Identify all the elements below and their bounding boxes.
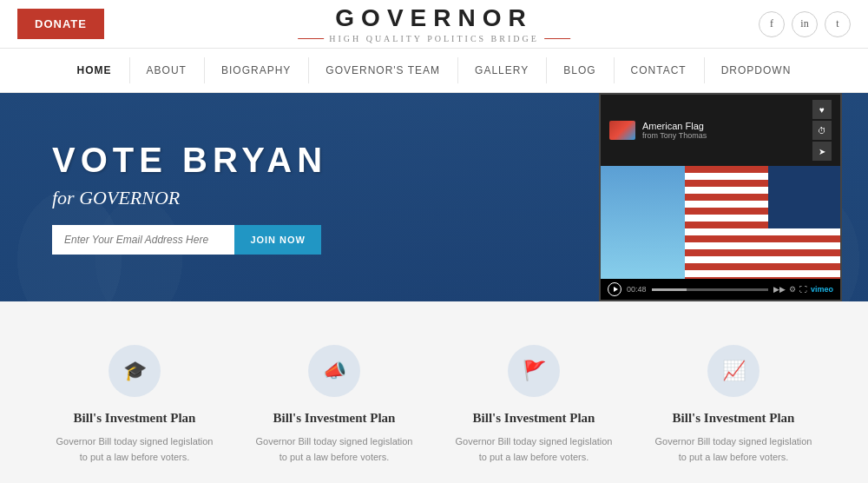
main-nav: HOMEABOUTBIOGRAPHYGOVERNOR'S TEAMGALLERY… <box>0 48 868 93</box>
nav-list: HOMEABOUTBIOGRAPHYGOVERNOR'S TEAMGALLERY… <box>0 49 868 92</box>
nav-link[interactable]: BLOG <box>546 49 613 92</box>
video-header: American Flag from Tony Thomas ♥ ⏱ ➤ <box>601 95 840 166</box>
settings-icon[interactable]: ⚙ <box>789 285 796 294</box>
video-progress-fill <box>652 288 687 291</box>
video-panel: American Flag from Tony Thomas ♥ ⏱ ➤ 00:… <box>599 93 842 301</box>
video-main <box>601 166 840 279</box>
linkedin-icon[interactable]: in <box>792 11 818 37</box>
social-icons: f in t <box>759 11 851 37</box>
hero-title: VOTE BRYAN <box>52 141 599 180</box>
play-button[interactable] <box>608 282 621 296</box>
vimeo-logo: vimeo <box>811 285 833 294</box>
video-thumbnail <box>609 121 635 140</box>
join-now-button[interactable]: JOIN NOW <box>234 225 321 255</box>
video-info: American Flag from Tony Thomas <box>642 121 806 140</box>
hero-subtitle: for GOVERNOR <box>52 187 599 209</box>
feature-title-2: Bill's Investment Plan <box>451 411 616 426</box>
video-side-icons: ♥ ⏱ ➤ <box>812 100 832 161</box>
video-controls: 00:48 ▶▶ ⚙ ⛶ vimeo <box>601 279 840 300</box>
nav-link[interactable]: GALLERY <box>457 49 546 92</box>
hero-form: JOIN NOW <box>52 225 321 255</box>
video-progress-bar[interactable] <box>652 288 768 291</box>
feature-text-1: Governor Bill today signed legislation t… <box>252 434 417 465</box>
video-heart-icon[interactable]: ♥ <box>812 100 832 119</box>
email-input[interactable] <box>52 225 234 255</box>
feature-title-0: Bill's Investment Plan <box>52 411 217 426</box>
nav-link[interactable]: CONTACT <box>614 49 704 92</box>
feature-icon-3: 📈 <box>707 345 760 397</box>
video-share-icon[interactable]: ➤ <box>812 142 832 161</box>
feature-card-2: 🚩 Bill's Investment Plan Governor Bill t… <box>443 336 625 473</box>
nav-link[interactable]: ABOUT <box>129 49 204 92</box>
facebook-icon[interactable]: f <box>759 11 785 37</box>
nav-item-home[interactable]: HOME <box>60 49 129 92</box>
hero-content: VOTE BRYAN for GOVERNOR JOIN NOW <box>0 141 599 255</box>
nav-item-biography[interactable]: BIOGRAPHY <box>204 49 308 92</box>
nav-item-contact[interactable]: CONTACT <box>614 49 704 92</box>
feature-card-3: 📈 Bill's Investment Plan Governor Bill t… <box>642 336 825 473</box>
feature-text-0: Governor Bill today signed legislation t… <box>52 434 217 465</box>
video-time: 00:48 <box>627 285 647 294</box>
nav-item-gallery[interactable]: GALLERY <box>457 49 546 92</box>
fullscreen-icon[interactable]: ⛶ <box>799 285 807 294</box>
video-controls-right: ▶▶ ⚙ ⛶ vimeo <box>773 285 833 294</box>
nav-item-blog[interactable]: BLOG <box>546 49 613 92</box>
feature-icon-2: 🚩 <box>508 345 560 397</box>
feature-title-1: Bill's Investment Plan <box>252 411 417 426</box>
feature-text-3: Governor Bill today signed legislation t… <box>651 434 816 465</box>
nav-link[interactable]: GOVERNOR'S TEAM <box>308 49 457 92</box>
nav-link[interactable]: HOME <box>60 49 129 92</box>
feature-icon-0: 🎓 <box>108 345 161 397</box>
donate-button[interactable]: DONATE <box>17 9 104 39</box>
feature-text-2: Governor Bill today signed legislation t… <box>451 434 616 465</box>
feature-card-0: 🎓 Bill's Investment Plan Governor Bill t… <box>43 336 226 473</box>
video-flag-blue <box>768 166 840 228</box>
video-title: American Flag <box>642 121 806 131</box>
header: DONATE GOVERNOR HIGH QUALITY POLITICS BR… <box>0 0 868 48</box>
feature-title-3: Bill's Investment Plan <box>651 411 816 426</box>
feature-icon-1: 📣 <box>308 345 360 397</box>
logo-title: GOVERNOR <box>298 4 570 32</box>
logo: GOVERNOR HIGH QUALITY POLITICS BRIDGE <box>298 4 570 43</box>
features-grid: 🎓 Bill's Investment Plan Governor Bill t… <box>43 336 825 473</box>
nav-link[interactable]: BIOGRAPHY <box>204 49 308 92</box>
nav-item-about[interactable]: ABOUT <box>129 49 204 92</box>
volume-icon[interactable]: ▶▶ <box>773 285 786 294</box>
logo-subtitle: HIGH QUALITY POLITICS BRIDGE <box>298 34 570 43</box>
twitter-icon[interactable]: t <box>825 11 851 37</box>
play-icon <box>614 287 618 292</box>
nav-item-dropdown[interactable]: DROPDOWN <box>704 49 809 92</box>
video-clock-icon[interactable]: ⏱ <box>812 121 832 140</box>
nav-link[interactable]: DROPDOWN <box>704 49 809 92</box>
video-from: from Tony Thomas <box>642 131 806 140</box>
hero-section: VOTE BRYAN for GOVERNOR JOIN NOW America… <box>0 93 868 301</box>
feature-card-1: 📣 Bill's Investment Plan Governor Bill t… <box>243 336 425 473</box>
nav-item-governor-s-team[interactable]: GOVERNOR'S TEAM <box>308 49 457 92</box>
features-section: 🎓 Bill's Investment Plan Governor Bill t… <box>0 301 868 483</box>
